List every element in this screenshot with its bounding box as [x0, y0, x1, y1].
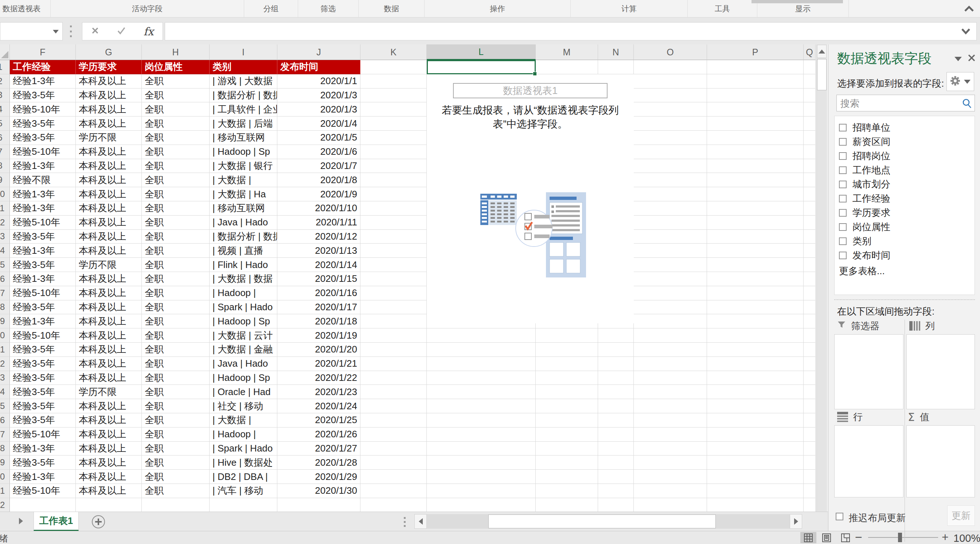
grid-cell[interactable]: 本科及以上	[76, 455, 142, 470]
row-header-3[interactable]: 3	[0, 89, 10, 103]
grid-cell[interactable]: 本科及以上	[76, 314, 142, 328]
grid-cell[interactable]	[634, 117, 707, 131]
grid-cell[interactable]	[634, 60, 707, 74]
grid-cell[interactable]	[634, 385, 707, 399]
name-box-dropdown-icon[interactable]	[53, 30, 59, 33]
field-checkbox[interactable]	[839, 167, 846, 174]
grid-cell[interactable]	[427, 442, 536, 456]
grid-cell[interactable]: 全职	[142, 244, 210, 258]
field-checkbox[interactable]	[839, 152, 846, 160]
grid-cell[interactable]: 经验1-3年	[10, 159, 76, 173]
grid-cell[interactable]: 本科及以上	[76, 484, 142, 498]
grid-cell[interactable]: 类别	[210, 60, 277, 74]
row-header-2[interactable]: 2	[0, 74, 10, 89]
grid-cell[interactable]	[707, 413, 803, 427]
grid-cell[interactable]	[707, 286, 803, 300]
enter-check-icon[interactable]	[117, 27, 126, 36]
field-item-1[interactable]: 招聘单位	[835, 121, 975, 135]
grid-cell[interactable]	[634, 258, 707, 272]
select-all-corner[interactable]	[0, 44, 10, 60]
grid-cell[interactable]: | 大数据 | 金融	[210, 343, 277, 357]
grid-cell[interactable]	[598, 357, 634, 371]
grid-cell[interactable]: 2020/1/3	[277, 89, 360, 103]
grid-cell[interactable]	[360, 385, 427, 399]
grid-cell[interactable]: 经验5-10年	[10, 102, 76, 117]
grid-cell[interactable]: 全职	[142, 286, 210, 300]
grid-cell[interactable]: | 大数据 | 数据	[210, 272, 277, 286]
grid-cell[interactable]	[360, 230, 427, 244]
insert-function-icon[interactable]: fx	[143, 25, 154, 38]
grid-cell[interactable]: 本科及以上	[76, 300, 142, 315]
grid-cell[interactable]	[360, 131, 427, 145]
grid-cell[interactable]	[360, 286, 427, 300]
grid-cell[interactable]	[427, 357, 536, 371]
grid-cell[interactable]	[360, 258, 427, 272]
grid-cell[interactable]	[536, 343, 598, 357]
grid-cell[interactable]	[360, 272, 427, 286]
grid-cell[interactable]	[360, 244, 427, 258]
grid-cell[interactable]	[803, 201, 816, 216]
grid-cell[interactable]	[803, 102, 816, 117]
scroll-up-icon[interactable]	[817, 45, 827, 58]
field-checkbox[interactable]	[839, 238, 846, 245]
grid-cell[interactable]: 2020/1/3	[277, 102, 360, 117]
grid-cell[interactable]: | 视频 | 直播	[210, 244, 277, 258]
row-header-28[interactable]: 28	[0, 442, 10, 456]
column-header-M[interactable]: M	[536, 44, 598, 60]
grid-cell[interactable]: 2020/1/7	[277, 159, 360, 173]
grid-cell[interactable]	[634, 300, 707, 315]
grid-cell[interactable]: 2020/1/19	[277, 328, 360, 343]
field-item-10[interactable]: 发布时间	[835, 248, 975, 263]
grid-cell[interactable]: 本科及以上	[76, 74, 142, 89]
defer-layout-checkbox[interactable]	[836, 513, 843, 520]
grid-cell[interactable]	[634, 286, 707, 300]
grid-cell[interactable]	[634, 357, 707, 371]
grid-cell[interactable]	[634, 216, 707, 230]
grid-cell[interactable]: 经验3-5年	[10, 343, 76, 357]
column-header-G[interactable]: G	[76, 44, 142, 60]
search-input[interactable]	[840, 97, 961, 110]
grid-cell[interactable]: 本科及以上	[76, 399, 142, 413]
grid-cell[interactable]: 全职	[142, 470, 210, 484]
grid-cell[interactable]: 全职	[142, 117, 210, 131]
row-header-7[interactable]: 7	[0, 145, 10, 159]
grid-cell[interactable]: 2020/1/30	[277, 484, 360, 498]
grid-cell[interactable]	[707, 159, 803, 173]
grid-cell[interactable]	[707, 427, 803, 442]
field-item-7[interactable]: 学历要求	[835, 206, 975, 220]
grid-cell[interactable]	[707, 230, 803, 244]
grid-cell[interactable]	[634, 399, 707, 413]
grid-cell[interactable]	[634, 455, 707, 470]
grid-cell[interactable]	[707, 216, 803, 230]
grid-cell[interactable]	[427, 413, 536, 427]
grid-cell[interactable]	[360, 216, 427, 230]
grid-cell[interactable]: | Hadoop |	[210, 286, 277, 300]
grid-cell[interactable]: | Hadoop | Sp	[210, 314, 277, 328]
grid-cell[interactable]: 全职	[142, 371, 210, 385]
grid-cell[interactable]: 全职	[142, 89, 210, 103]
pane-close-icon[interactable]	[967, 54, 976, 63]
grid-cell[interactable]: 经验不限	[10, 173, 76, 187]
grid-cell[interactable]: 本科及以上	[76, 89, 142, 103]
grid-cell[interactable]	[598, 470, 634, 484]
grid-cell[interactable]: 本科及以上	[76, 201, 142, 216]
grid-cell[interactable]: 全职	[142, 159, 210, 173]
grid-cell[interactable]	[803, 385, 816, 399]
zoom-out-icon[interactable]: −	[855, 531, 862, 544]
column-header-Q[interactable]: Q	[803, 44, 816, 60]
grid-cell[interactable]: 2020/1/22	[277, 371, 360, 385]
grid-cell[interactable]	[634, 314, 707, 328]
row-header-14[interactable]: 14	[0, 244, 10, 258]
grid-cell[interactable]	[598, 60, 634, 74]
grid-cell[interactable]	[707, 89, 803, 103]
grid-cell[interactable]: 经验1-3年	[10, 244, 76, 258]
grid-cell[interactable]: 2020/1/11	[277, 216, 360, 230]
grid-cell[interactable]: | Hive | 数据处	[210, 455, 277, 470]
field-checkbox[interactable]	[839, 124, 846, 132]
grid-cell[interactable]	[803, 131, 816, 145]
grid-cell[interactable]: 全职	[142, 173, 210, 187]
grid-cell[interactable]: 本科及以上	[76, 244, 142, 258]
grid-cell[interactable]: 学历不限	[76, 258, 142, 272]
row-header-31[interactable]: 31	[0, 484, 10, 498]
row-header-13[interactable]: 13	[0, 230, 10, 244]
